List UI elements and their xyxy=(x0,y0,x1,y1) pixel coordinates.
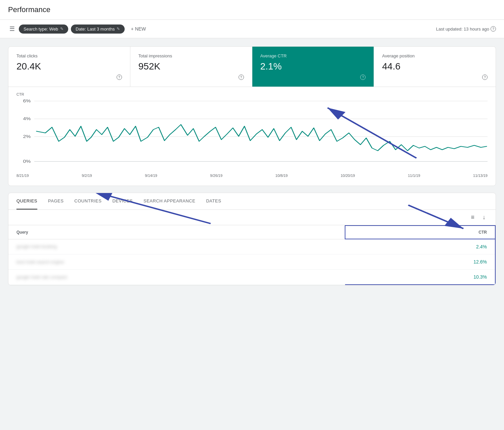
tab-countries[interactable]: COUNTRIES xyxy=(74,193,101,209)
metrics-row: Total clicks 20.4K ? Total impressions 9… xyxy=(8,47,496,87)
filter-lines-icon: ☰ xyxy=(9,26,15,32)
filter-table-button[interactable]: ≡ xyxy=(469,212,476,222)
metric-impressions-label: Total impressions xyxy=(138,53,244,58)
edit-icon: ✎ xyxy=(117,27,120,31)
x-label-3: 9/14/19 xyxy=(145,174,157,178)
query-text-3: google hotel rate compare xyxy=(16,275,67,280)
x-axis-labels: 8/21/19 9/2/19 9/14/19 9/26/19 10/8/19 1… xyxy=(16,174,488,178)
metric-ctr-label: Average CTR xyxy=(260,53,366,58)
x-label-2: 9/2/19 xyxy=(82,174,92,178)
tab-pages[interactable]: PAGES xyxy=(48,193,64,209)
svg-text:4%: 4% xyxy=(23,116,31,121)
search-type-label: Search type: Web xyxy=(24,27,58,32)
tab-search-appearance[interactable]: SEARCH APPEARANCE xyxy=(143,193,195,209)
filter-icon-button[interactable]: ☰ xyxy=(8,24,16,34)
tab-queries[interactable]: QUERIES xyxy=(16,193,37,209)
svg-text:2%: 2% xyxy=(23,134,31,139)
svg-text:0%: 0% xyxy=(23,159,31,164)
toolbar: ☰ Search type: Web ✎ Date: Last 3 months… xyxy=(0,20,504,38)
x-label-8: 11/13/19 xyxy=(473,174,488,178)
x-label-5: 10/8/19 xyxy=(276,174,288,178)
query-cell-2: best hotel search engine xyxy=(8,254,345,270)
metric-average-ctr[interactable]: Average CTR 2.1% ? xyxy=(252,47,374,87)
metrics-chart-card: Total clicks 20.4K ? Total impressions 9… xyxy=(8,46,496,186)
filter-table-icon: ≡ xyxy=(471,214,474,221)
main-content: Total clicks 20.4K ? Total impressions 9… xyxy=(0,38,504,293)
svg-text:6%: 6% xyxy=(23,99,31,103)
plus-icon: + xyxy=(131,26,133,32)
table-row: best hotel search engine 12.6% xyxy=(8,254,495,270)
metric-ctr-value: 2.1% xyxy=(260,61,366,72)
tabs-row: QUERIES PAGES COUNTRIES DEVICES SEARCH A… xyxy=(8,193,496,210)
x-label-4: 9/26/19 xyxy=(210,174,222,178)
ctr-cell-2: 12.6% xyxy=(345,254,495,270)
table-row: google hotel rate compare 10.3% xyxy=(8,270,495,285)
col-header-query: Query xyxy=(8,226,345,239)
chart-y-label: CTR xyxy=(16,92,488,96)
search-type-chip[interactable]: Search type: Web ✎ xyxy=(19,25,68,34)
ctr-cell-1: 2.4% xyxy=(345,239,495,254)
x-label-6: 10/20/19 xyxy=(341,174,355,178)
new-button[interactable]: + NEW xyxy=(127,24,149,34)
date-chip[interactable]: Date: Last 3 months ✎ xyxy=(71,25,125,34)
data-table: Query CTR google hotel booking 2.4% best… xyxy=(8,225,496,285)
x-label-7: 11/1/19 xyxy=(408,174,420,178)
table-card: QUERIES PAGES COUNTRIES DEVICES SEARCH A… xyxy=(8,193,496,285)
last-updated: Last updated: 13 hours ago ? xyxy=(436,26,496,32)
query-text-1: google hotel booking xyxy=(16,244,57,249)
download-icon: ↓ xyxy=(482,214,486,221)
download-button[interactable]: ↓ xyxy=(480,212,488,222)
table-toolbar: ≡ ↓ xyxy=(8,210,496,225)
metric-clicks-value: 20.4K xyxy=(16,61,122,72)
date-label: Date: Last 3 months xyxy=(76,27,115,32)
last-updated-text: Last updated: 13 hours ago xyxy=(436,27,489,32)
edit-icon: ✎ xyxy=(60,27,64,31)
query-text-2: best hotel search engine xyxy=(16,259,64,265)
help-icon[interactable]: ? xyxy=(491,26,496,32)
help-icon[interactable]: ? xyxy=(482,75,488,80)
help-icon[interactable]: ? xyxy=(360,75,366,80)
new-label: NEW xyxy=(135,26,146,32)
tab-devices[interactable]: DEVICES xyxy=(112,193,133,209)
metric-clicks-label: Total clicks xyxy=(16,53,122,58)
chart-svg: 6% 4% 2% 0% xyxy=(16,98,488,172)
page-header: Performance xyxy=(0,0,504,20)
query-cell-3: google hotel rate compare xyxy=(8,270,345,285)
metric-average-position[interactable]: Average position 44.6 ? xyxy=(374,47,496,87)
metric-position-label: Average position xyxy=(382,53,488,58)
ctr-cell-3: 10.3% xyxy=(345,270,495,285)
query-cell-1: google hotel booking xyxy=(8,239,345,254)
table-wrapper: Query CTR google hotel booking 2.4% best… xyxy=(8,225,496,285)
metric-impressions-value: 952K xyxy=(138,61,244,72)
x-label-1: 8/21/19 xyxy=(16,174,29,178)
metric-position-value: 44.6 xyxy=(382,61,488,72)
metric-total-clicks[interactable]: Total clicks 20.4K ? xyxy=(8,47,130,87)
help-icon[interactable]: ? xyxy=(239,75,244,80)
help-icon[interactable]: ? xyxy=(117,75,122,80)
tab-dates[interactable]: DATES xyxy=(206,193,221,209)
table-row: google hotel booking 2.4% xyxy=(8,239,495,254)
metric-total-impressions[interactable]: Total impressions 952K ? xyxy=(130,47,252,87)
chart-container: 6% 4% 2% 0% xyxy=(16,98,488,172)
chart-area: CTR 6% 4% 2% 0% xyxy=(8,87,496,186)
page-title: Performance xyxy=(8,5,496,14)
col-header-ctr: CTR xyxy=(345,226,495,239)
